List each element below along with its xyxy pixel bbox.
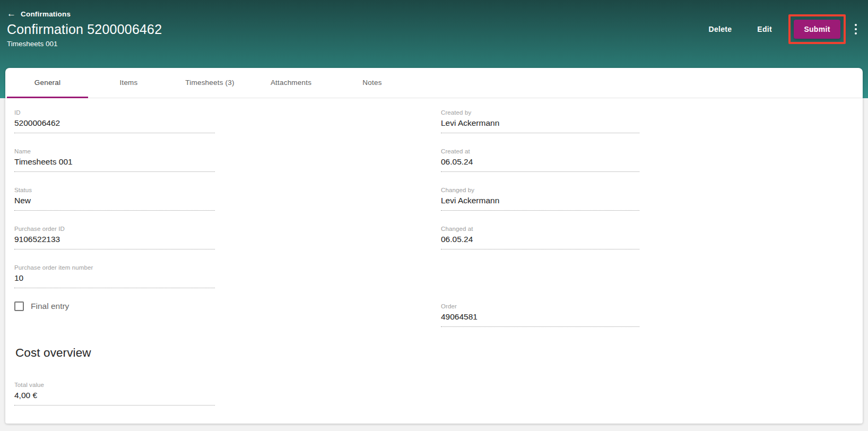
field-purchase-order-item-number: Purchase order item number 10: [14, 258, 215, 288]
submit-highlight-annotation: Submit: [788, 14, 846, 44]
field-status: Status New: [14, 181, 215, 211]
field-label: ID: [14, 109, 215, 116]
field-value: 4,00 €: [14, 389, 215, 406]
field-id: ID 5200006462: [14, 104, 215, 133]
page: ← Confirmations Confirmation 5200006462 …: [0, 0, 868, 431]
field-label: Order: [441, 303, 639, 310]
field-label: Name: [14, 148, 215, 155]
field-created-by: Created by Levi Ackermann: [441, 104, 639, 133]
field-value: New: [14, 194, 215, 211]
tab-general[interactable]: General: [7, 68, 88, 98]
field-name: Name Timesheets 001: [14, 142, 215, 172]
field-row: Purchase order item number 10: [14, 258, 863, 297]
kebab-dot: [855, 28, 857, 30]
field-purchase-order-id: Purchase order ID 9106522133: [14, 220, 215, 249]
header-actions: Delete Edit Submit: [700, 14, 860, 44]
field-value: Levi Ackermann: [441, 194, 639, 211]
field-value: 49064581: [441, 310, 639, 327]
back-link-label[interactable]: Confirmations: [21, 10, 71, 18]
page-title: Confirmation 5200006462: [7, 22, 162, 37]
field-label: Created at: [441, 148, 639, 155]
field-label: Changed by: [441, 186, 639, 194]
delete-button[interactable]: Delete: [700, 20, 741, 39]
confirmation-detail-card: General Items Timesheets (3) Attachments…: [5, 68, 863, 424]
field-value: 9106522133: [14, 232, 215, 249]
field-label: Status: [14, 186, 215, 194]
field-label: Purchase order item number: [14, 264, 215, 271]
field-total-value: Total value 4,00 €: [14, 376, 215, 406]
field-value: 5200006462: [14, 116, 215, 133]
field-changed-at: Changed at 06.05.24: [441, 220, 639, 249]
final-entry-checkbox-row[interactable]: Final entry: [14, 301, 441, 311]
field-label: Created by: [441, 109, 639, 116]
field-value: 06.05.24: [441, 155, 639, 172]
field-row: ID 5200006462 Created by Levi Ackermann: [14, 104, 863, 142]
cost-overview-heading: Cost overview: [15, 346, 863, 360]
field-row: Name Timesheets 001 Created at 06.05.24: [14, 142, 863, 181]
edit-button[interactable]: Edit: [749, 20, 780, 39]
kebab-dot: [855, 24, 857, 26]
general-tab-content: ID 5200006462 Created by Levi Ackermann …: [5, 98, 863, 406]
field-label: Purchase order ID: [14, 225, 215, 232]
page-subtitle: Timesheets 001: [7, 40, 58, 48]
field-value: Levi Ackermann: [441, 116, 639, 133]
final-entry-label: Final entry: [31, 301, 69, 311]
field-label: Total value: [14, 381, 215, 389]
field-row: Purchase order ID 9106522133 Changed at …: [14, 220, 863, 258]
back-arrow-icon[interactable]: ←: [7, 9, 16, 19]
field-changed-by: Changed by Levi Ackermann: [441, 181, 639, 211]
field-order: Order 49064581: [441, 297, 639, 327]
submit-button[interactable]: Submit: [794, 20, 840, 39]
tab-items[interactable]: Items: [88, 68, 169, 98]
field-row: Final entry Order 49064581: [14, 297, 863, 336]
tab-attachments[interactable]: Attachments: [250, 68, 332, 98]
field-value: 10: [14, 271, 215, 288]
field-value: 06.05.24: [441, 232, 639, 249]
app-header: ← Confirmations Confirmation 5200006462 …: [0, 0, 868, 68]
final-entry-checkbox[interactable]: [14, 301, 24, 311]
field-row: Status New Changed by Levi Ackermann: [14, 181, 863, 220]
field-label: Changed at: [441, 225, 639, 232]
tab-timesheets[interactable]: Timesheets (3): [169, 68, 250, 98]
breadcrumb[interactable]: ← Confirmations: [7, 9, 71, 19]
kebab-dot: [855, 32, 857, 35]
field-created-at: Created at 06.05.24: [441, 142, 639, 172]
tab-bar: General Items Timesheets (3) Attachments…: [5, 68, 863, 98]
tab-notes[interactable]: Notes: [332, 68, 413, 98]
kebab-menu-icon[interactable]: [852, 21, 860, 38]
field-value: Timesheets 001: [14, 155, 215, 172]
